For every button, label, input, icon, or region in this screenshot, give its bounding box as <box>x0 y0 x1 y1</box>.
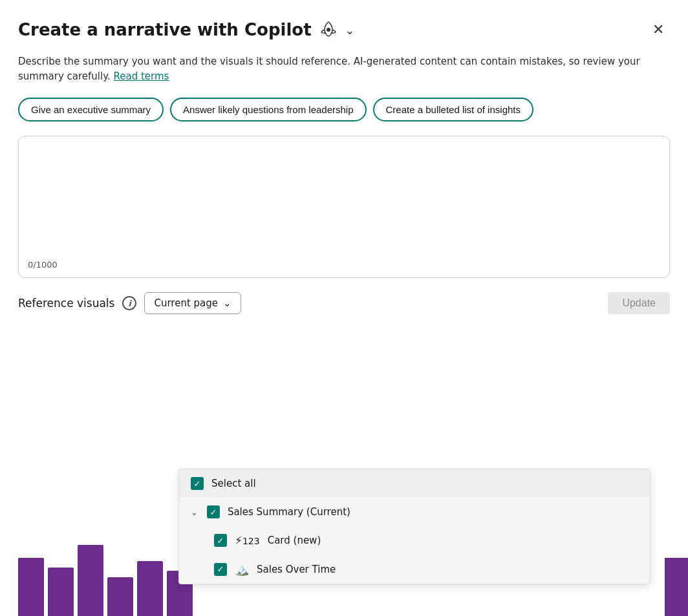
reference-visuals-label: Reference visuals <box>18 297 114 310</box>
sales-summary-chevron: ⌄ <box>191 507 198 517</box>
select-all-checkbox[interactable] <box>191 477 204 490</box>
sales-over-time-checkbox[interactable] <box>214 563 227 576</box>
bar-5 <box>137 561 163 616</box>
sales-over-time-label: Sales Over Time <box>257 564 336 575</box>
bar-4 <box>107 577 133 616</box>
narrative-textarea[interactable] <box>28 145 660 262</box>
card-new-checkbox[interactable] <box>214 534 227 547</box>
dialog-title: Create a narrative with Copilot <box>18 20 312 39</box>
copilot-icon <box>318 19 339 40</box>
suggestion-exec-summary[interactable]: Give an executive summary <box>18 98 164 122</box>
suggestion-bulleted-insights[interactable]: Create a bulleted list of insights <box>373 98 533 122</box>
bar-2 <box>48 568 74 616</box>
card-new-icon: ⚡123 <box>235 534 260 547</box>
dropdown-card-new[interactable]: ⚡123 Card (new) <box>179 526 650 555</box>
suggestion-buttons-container: Give an executive summary Answer likely … <box>18 98 670 122</box>
copilot-dropdown-chevron[interactable]: ⌄ <box>345 23 355 37</box>
svg-point-0 <box>327 28 330 32</box>
select-all-label: Select all <box>211 478 256 489</box>
sales-over-time-icon: 🏔️ <box>235 562 249 576</box>
read-terms-link[interactable]: Read terms <box>113 70 169 82</box>
description-text: Describe the summary you want and the vi… <box>18 54 670 83</box>
dropdown-sales-summary[interactable]: ⌄ Sales Summary (Current) <box>179 498 650 526</box>
sales-summary-checkbox[interactable] <box>207 505 220 518</box>
close-button[interactable]: ✕ <box>647 18 670 41</box>
dropdown-select-all[interactable]: Select all <box>179 469 650 498</box>
card-new-label: Card (new) <box>268 535 321 546</box>
reference-visuals-row: Reference visuals i Current page ⌄ Updat… <box>18 292 670 314</box>
bar-3 <box>78 545 103 616</box>
dropdown-chevron: ⌄ <box>223 297 231 309</box>
suggestion-leadership-questions[interactable]: Answer likely questions from leadership <box>170 98 366 122</box>
sales-summary-label: Sales Summary (Current) <box>228 506 350 518</box>
current-page-dropdown[interactable]: Current page ⌄ <box>144 292 241 314</box>
char-count: 0/1000 <box>28 260 58 270</box>
update-button[interactable]: Update <box>608 292 670 314</box>
narrative-textarea-wrapper: 0/1000 <box>18 136 670 278</box>
dropdown-sales-over-time[interactable]: 🏔️ Sales Over Time <box>179 555 650 584</box>
dropdown-label: Current page <box>154 297 218 309</box>
dialog-header: Create a narrative with Copilot ⌄ ✕ <box>18 18 670 41</box>
info-icon[interactable]: i <box>122 296 136 310</box>
bar-1 <box>18 558 44 616</box>
visuals-dropdown-menu: Select all ⌄ Sales Summary (Current) ⚡12… <box>178 469 650 584</box>
purple-rect-decoration <box>665 558 688 616</box>
